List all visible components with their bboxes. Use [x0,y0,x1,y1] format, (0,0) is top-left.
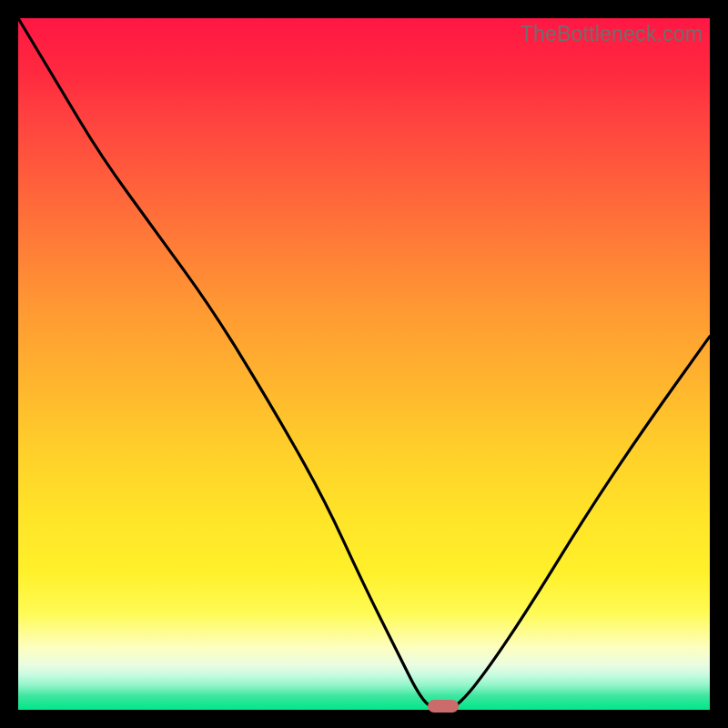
optimal-marker [428,700,459,713]
bottleneck-curve [18,18,710,710]
chart-frame: TheBottleneck.com [0,0,728,728]
plot-area: TheBottleneck.com [18,18,710,710]
